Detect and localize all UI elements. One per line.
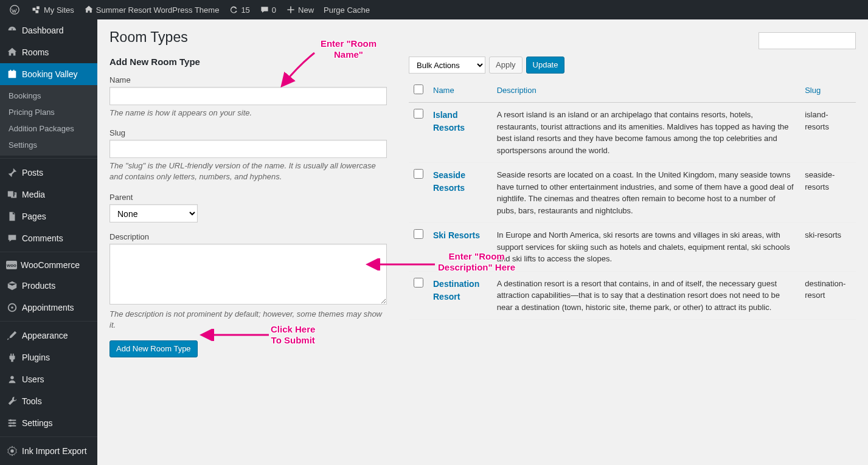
parent-label: Parent bbox=[109, 193, 198, 202]
svg-rect-7 bbox=[13, 70, 15, 72]
description-help: The description is not prominent by defa… bbox=[109, 309, 387, 331]
sidebar-item-woocommerce[interactable]: wooWooCommerce bbox=[0, 255, 97, 275]
svg-rect-2 bbox=[36, 6, 40, 9]
svg-point-8 bbox=[15, 193, 16, 195]
woo-label: WooCommerce bbox=[21, 260, 80, 270]
col-slug[interactable]: Slug bbox=[800, 78, 856, 103]
row-title-link[interactable]: Destination Resort bbox=[433, 279, 479, 301]
pages-label: Pages bbox=[22, 212, 46, 221]
calendar-icon bbox=[6, 68, 18, 80]
name-help: The name is how it appears on your site. bbox=[109, 108, 387, 119]
svg-rect-3 bbox=[35, 10, 38, 13]
admin-sidebar: Dashboard Rooms Booking Valley Bookings … bbox=[0, 19, 97, 382]
site-name-link[interactable]: Summer Resort WordPress Theme bbox=[79, 0, 224, 19]
description-textarea[interactable] bbox=[109, 244, 387, 305]
submenu-bookings[interactable]: Bookings bbox=[0, 88, 97, 104]
brush-icon bbox=[6, 329, 18, 342]
media-label: Media bbox=[22, 190, 45, 199]
search-input[interactable] bbox=[759, 32, 856, 49]
svg-rect-6 bbox=[10, 70, 11, 72]
row-description: A destination resort is a resort that co… bbox=[492, 271, 800, 320]
home-icon bbox=[84, 5, 94, 15]
new-content-link[interactable]: New bbox=[281, 0, 319, 19]
row-description: In Europe and North America, ski resorts… bbox=[492, 223, 800, 272]
product-icon bbox=[6, 280, 18, 292]
row-checkbox[interactable] bbox=[414, 169, 423, 179]
row-slug: island-resorts bbox=[800, 103, 856, 163]
rooms-label: Rooms bbox=[22, 47, 49, 57]
name-input[interactable] bbox=[109, 87, 387, 105]
site-name-label: Summer Resort WordPress Theme bbox=[96, 5, 220, 15]
sidebar-item-booking-valley[interactable]: Booking Valley bbox=[0, 63, 97, 85]
users-label: Users bbox=[22, 374, 44, 382]
sidebar-item-appointments[interactable]: Appointments bbox=[0, 297, 97, 319]
row-title-link[interactable]: Ski Resorts bbox=[433, 230, 480, 240]
sidebar-item-plugins[interactable]: Plugins bbox=[0, 346, 97, 368]
media-icon bbox=[6, 188, 18, 201]
sidebar-item-media[interactable]: Media bbox=[0, 184, 97, 205]
row-checkbox[interactable] bbox=[414, 278, 423, 288]
my-sites-link[interactable]: My Sites bbox=[27, 0, 79, 19]
row-slug: seaside-resorts bbox=[800, 163, 856, 223]
col-name[interactable]: Name bbox=[428, 78, 492, 103]
dashboard-icon bbox=[6, 24, 18, 36]
table-row: Island ResortsA resort island is an isla… bbox=[409, 103, 856, 163]
admin-toolbar: My Sites Summer Resort WordPress Theme 1… bbox=[0, 0, 868, 19]
table-row: Seaside ResortsSeaside resorts are locat… bbox=[409, 163, 856, 223]
appearance-label: Appearance bbox=[22, 331, 68, 340]
row-title-link[interactable]: Island Resorts bbox=[433, 110, 465, 133]
booking-submenu: Bookings Pricing Plans Addition Packages… bbox=[0, 85, 97, 156]
wordpress-icon bbox=[10, 5, 19, 15]
sidebar-item-pages[interactable]: Pages bbox=[0, 205, 97, 227]
products-label: Products bbox=[22, 281, 55, 291]
row-checkbox[interactable] bbox=[414, 109, 423, 119]
sidebar-item-rooms[interactable]: Rooms bbox=[0, 41, 97, 63]
submenu-addition-packages[interactable]: Addition Packages bbox=[0, 120, 97, 137]
sidebar-item-products[interactable]: Products bbox=[0, 275, 97, 297]
user-icon bbox=[6, 373, 18, 382]
purge-label: Purge Cache bbox=[324, 5, 370, 15]
sidebar-item-posts[interactable]: Posts bbox=[0, 162, 97, 184]
update-button[interactable]: Update bbox=[526, 57, 565, 74]
apply-button[interactable]: Apply bbox=[489, 57, 523, 74]
comments-count: 0 bbox=[272, 5, 276, 15]
comment-icon bbox=[260, 5, 269, 15]
description-label: Description bbox=[109, 232, 387, 241]
plus-icon bbox=[286, 5, 296, 15]
svg-point-11 bbox=[10, 376, 13, 379]
table-row: Destination ResortA destination resort i… bbox=[409, 271, 856, 320]
name-label: Name bbox=[109, 75, 387, 84]
row-checkbox[interactable] bbox=[414, 229, 423, 239]
page-title: Room Types bbox=[109, 29, 856, 46]
appts-label: Appointments bbox=[22, 303, 74, 312]
row-title-link[interactable]: Seaside Resorts bbox=[433, 170, 465, 193]
select-all-checkbox[interactable] bbox=[414, 84, 423, 94]
submit-button[interactable]: Add New Room Type bbox=[109, 340, 198, 357]
home-icon bbox=[6, 46, 18, 58]
page-icon bbox=[6, 210, 18, 222]
sidebar-item-comments[interactable]: Comments bbox=[0, 227, 97, 249]
col-description[interactable]: Description bbox=[492, 78, 800, 103]
sidebar-item-dashboard[interactable]: Dashboard bbox=[0, 19, 97, 41]
submenu-settings[interactable]: Settings bbox=[0, 137, 97, 153]
sidebar-item-appearance[interactable]: Appearance bbox=[0, 325, 97, 346]
posts-label: Posts bbox=[22, 168, 43, 177]
wp-logo[interactable] bbox=[5, 0, 27, 19]
new-label: New bbox=[298, 5, 314, 15]
parent-select[interactable]: None bbox=[109, 204, 198, 222]
svg-rect-1 bbox=[33, 8, 36, 11]
svg-point-0 bbox=[10, 5, 19, 14]
comment-icon bbox=[6, 232, 18, 244]
woocommerce-icon: woo bbox=[6, 261, 17, 269]
appointments-icon bbox=[6, 301, 18, 314]
dashboard-label: Dashboard bbox=[22, 26, 64, 35]
updates-link[interactable]: 15 bbox=[224, 0, 254, 19]
submenu-pricing-plans[interactable]: Pricing Plans bbox=[0, 104, 97, 120]
slug-input[interactable] bbox=[109, 140, 387, 158]
comments-link[interactable]: 0 bbox=[255, 0, 281, 19]
slug-label: Slug bbox=[109, 128, 387, 137]
updates-count: 15 bbox=[241, 5, 249, 15]
purge-cache-link[interactable]: Purge Cache bbox=[319, 0, 375, 19]
sidebar-item-users[interactable]: Users bbox=[0, 368, 97, 382]
bulk-actions-select[interactable]: Bulk Actions bbox=[409, 57, 485, 74]
